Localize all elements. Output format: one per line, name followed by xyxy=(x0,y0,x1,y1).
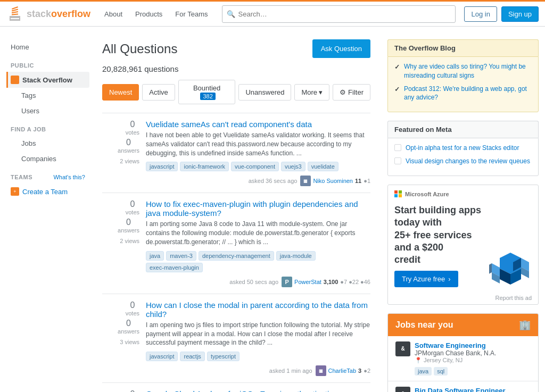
meta-checkbox-2[interactable] xyxy=(394,157,401,164)
question-tag[interactable]: javascript xyxy=(146,162,178,171)
question-tag[interactable]: ionic-framework xyxy=(180,162,229,171)
avatar: P xyxy=(282,277,292,287)
job-title-link[interactable]: Software Engineering xyxy=(415,341,531,349)
jobs-widget: Jobs near you 🏢 & Software Engineering J… xyxy=(387,313,539,392)
question-list: 0 votes 0 answers 2 views Vuelidate same… xyxy=(102,113,370,392)
views-stat: 2 views xyxy=(120,238,139,244)
avatar: ▦ xyxy=(300,176,311,186)
sidebar-item-companies[interactable]: Companies xyxy=(6,151,89,166)
user-name[interactable]: PowerStat xyxy=(294,279,321,285)
meta-item-1: Opt-in alpha test for a new Stacks edito… xyxy=(394,144,532,153)
question-tag[interactable]: vue-component xyxy=(231,162,279,171)
meta-link-2[interactable]: Visual design changes to the review queu… xyxy=(406,157,530,166)
question-meta: asked 50 secs ago P PowerStat 3,100 ●7 ●… xyxy=(146,277,370,287)
overflow-blog-widget: The Overflow Blog ✓ Why are video calls … xyxy=(387,39,539,112)
filter-unanswered[interactable]: Unanswered xyxy=(238,84,291,101)
question-stats: 0 votes 0 answers 4 views xyxy=(102,389,139,392)
sidebar-item-users[interactable]: Users xyxy=(6,103,89,119)
question-tag[interactable]: javascript xyxy=(146,352,178,361)
svg-rect-4 xyxy=(12,11,18,13)
job-title-link[interactable]: Big Data Software Engineer xyxy=(415,387,531,392)
question-title-link[interactable]: How to fix exec-maven-plugin with plugin… xyxy=(146,199,370,218)
meta-item-2: Visual design changes to the review queu… xyxy=(394,157,532,166)
nav-for-teams[interactable]: For Teams xyxy=(170,7,213,21)
question-excerpt: I am opening two js files to import stri… xyxy=(146,321,370,347)
votes-stat: 0 votes xyxy=(126,301,139,316)
user-badges: ●2 xyxy=(364,368,370,374)
azure-ad-title: Start building apps today with 25+ free … xyxy=(394,204,485,266)
question-stats: 0 votes 0 answers 2 views xyxy=(102,199,139,287)
meta-checkbox-1[interactable] xyxy=(394,144,401,151)
auth-buttons: Log in Sign up xyxy=(464,6,539,22)
signup-button[interactable]: Sign up xyxy=(501,6,539,22)
blog-link-2[interactable]: Podcast 312: We're building a web app, g… xyxy=(404,85,532,103)
question-body: How can I close the modal in parent acco… xyxy=(146,301,370,376)
filter-newest[interactable]: Newest xyxy=(102,84,139,101)
job-item: & Software Engineering JPMorgan Chase Ba… xyxy=(388,336,538,381)
filter-more[interactable]: More ▾ xyxy=(294,84,329,101)
ask-question-button[interactable]: Ask Question xyxy=(312,39,370,58)
stackoverflow-logo-icon xyxy=(6,5,23,22)
question-meta: asked 1 min ago ▦ CharlieTab 3 ●2 xyxy=(146,365,370,376)
question-tag[interactable]: typescript xyxy=(207,352,240,361)
company-logo: & xyxy=(395,341,410,356)
question-title-link[interactable]: Vuelidate sameAs can't read component's … xyxy=(146,120,370,129)
question-tags: javamaven-3dependency-managementjava-mod… xyxy=(146,251,370,272)
report-ad-link[interactable]: Report this ad xyxy=(388,293,538,304)
sidebar-item-home[interactable]: Home xyxy=(6,39,89,55)
logo-link[interactable]: stackoverflow xyxy=(6,5,90,22)
filter-button[interactable]: ⚙ Filter xyxy=(333,84,370,101)
azure-cta-button[interactable]: Try Azure free › xyxy=(394,271,458,287)
user-name[interactable]: Niko Suominen xyxy=(313,178,353,184)
question-stats: 0 votes 0 answers 3 views xyxy=(102,301,139,376)
job-row: & Big Data Software Engineer JPMorgan Ch… xyxy=(395,387,531,392)
team-icon: + xyxy=(11,187,19,196)
question-tag[interactable]: reactjs xyxy=(180,352,204,361)
job-details: Software Engineering JPMorgan Chase Bank… xyxy=(415,341,531,376)
blog-link-1[interactable]: Why are video calls so tiring? You might… xyxy=(404,62,532,80)
teams-section-header: TEAMS What's this? xyxy=(6,166,89,184)
login-button[interactable]: Log in xyxy=(464,6,497,22)
question-tag[interactable]: vuelidate xyxy=(308,162,338,171)
question-excerpt: I am porting some Java 8 code to Java 11… xyxy=(146,220,370,246)
sidebar-item-stackoverflow[interactable]: Stack Overflow xyxy=(6,72,89,88)
job-tag[interactable]: java xyxy=(415,367,432,376)
user-reputation: 3 xyxy=(358,368,361,374)
nav-about[interactable]: About xyxy=(99,7,128,21)
logo-text: stackoverflow xyxy=(27,9,90,20)
jobs-building-icon: 🏢 xyxy=(519,319,531,331)
question-tag[interactable]: dependency-management xyxy=(199,251,274,261)
question-tag[interactable]: java-module xyxy=(276,251,316,261)
search-input[interactable] xyxy=(238,10,451,18)
sidebar-findjob-label: FIND A JOB xyxy=(6,119,89,136)
filter-active[interactable]: Active xyxy=(142,84,175,101)
question-stats: 0 votes 0 answers 2 views xyxy=(102,120,139,186)
question-title-link[interactable]: How can I close the modal in parent acco… xyxy=(146,301,370,319)
question-tag[interactable]: maven-3 xyxy=(166,251,196,261)
location-pin-icon: 📍 xyxy=(415,357,422,364)
company-logo: & xyxy=(395,387,410,392)
sidebar-item-jobs[interactable]: Jobs xyxy=(6,136,89,151)
page-title: All Questions xyxy=(102,41,177,56)
page-layout: Home PUBLIC Stack Overflow Tags Users FI… xyxy=(0,27,545,392)
teams-whats-this[interactable]: What's this? xyxy=(53,174,85,180)
nav-products[interactable]: Products xyxy=(130,7,168,21)
asked-time: asked 36 secs ago xyxy=(249,178,298,184)
featured-meta-body: Opt-in alpha test for a new Stacks edito… xyxy=(387,138,539,176)
user-name[interactable]: CharlieTab xyxy=(328,368,357,374)
jobs-widget-title: Jobs near you xyxy=(395,320,453,330)
job-item: & Big Data Software Engineer JPMorgan Ch… xyxy=(388,381,538,392)
job-tag[interactable]: sql xyxy=(434,367,448,376)
sidebar-item-tags[interactable]: Tags xyxy=(6,88,89,103)
user-info: ▦ Niko Suominen 11 ●1 xyxy=(300,176,370,186)
question-tag[interactable]: exec-maven-plugin xyxy=(146,263,203,272)
user-info: P PowerStat 3,100 ●7 ●22 ●46 xyxy=(282,277,370,287)
meta-link-1[interactable]: Opt-in alpha test for a new Stacks edito… xyxy=(406,144,519,153)
create-team-item[interactable]: + Create a Team xyxy=(6,184,89,199)
question-tag[interactable]: vuejs3 xyxy=(281,162,305,171)
search-bar: 🔍 xyxy=(222,5,456,23)
question-tag[interactable]: java xyxy=(146,251,164,261)
filter-bountied[interactable]: Bountied 382 xyxy=(178,80,236,104)
question-item: 0 votes 0 answers 2 views Vuelidate same… xyxy=(102,113,370,193)
question-title-link[interactable]: Google Cloud Anchors for iOS - Error in … xyxy=(146,389,370,392)
